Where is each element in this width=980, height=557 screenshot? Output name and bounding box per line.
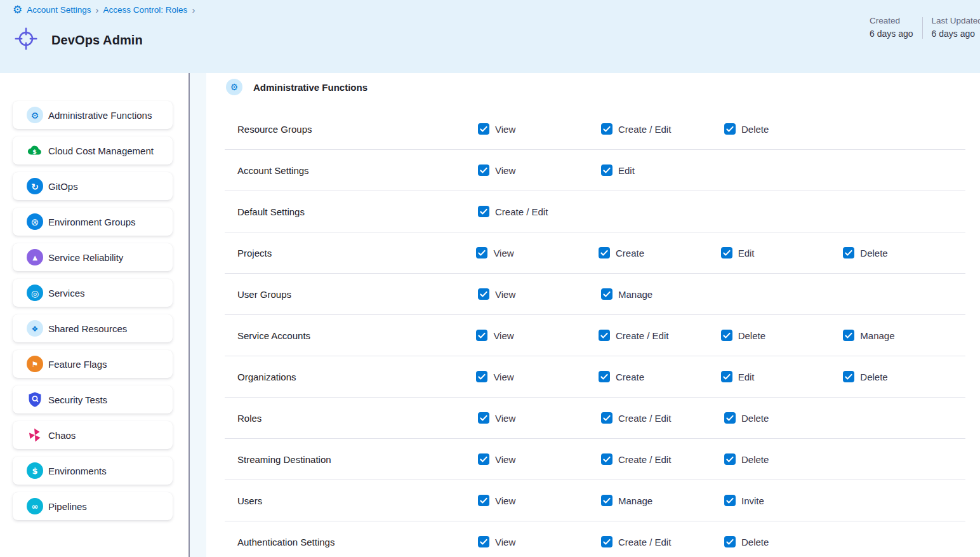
sidebar-item-chaos[interactable]: Chaos — [13, 421, 173, 449]
checkbox-streaming-destination-delete[interactable] — [724, 453, 736, 465]
checkbox-service-accounts-delete[interactable] — [721, 330, 732, 341]
checkbox-organizations-view[interactable] — [476, 371, 487, 382]
checkbox-projects-delete[interactable] — [843, 247, 854, 258]
permission-cell: Delete — [724, 412, 847, 424]
permission-cell: View — [478, 288, 601, 300]
checkbox-streaming-destination-create-edit[interactable] — [601, 453, 612, 465]
checkbox-account-settings-view[interactable] — [478, 164, 489, 176]
checkbox-service-accounts-view[interactable] — [476, 330, 487, 341]
gutter — [190, 73, 206, 557]
permission-cell: View — [476, 247, 599, 258]
checkbox-resource-groups-view[interactable] — [478, 123, 489, 135]
sidebar-item-feature-flags[interactable]: ⚑ Feature Flags — [13, 350, 173, 378]
checkbox-authentication-settings-view[interactable] — [478, 536, 489, 547]
chaos-icon — [27, 427, 43, 443]
permission-label: Delete — [741, 454, 769, 465]
resource-name: Authentication Settings — [225, 537, 478, 547]
checkbox-roles-view[interactable] — [478, 412, 489, 424]
permission-cell: Create / Edit — [601, 123, 724, 135]
checkbox-authentication-settings-create-edit[interactable] — [601, 536, 612, 547]
permission-label: View — [495, 537, 515, 547]
checkbox-users-invite[interactable] — [724, 495, 736, 506]
resource-name: Service Accounts — [225, 330, 476, 341]
permission-cell: Delete — [721, 330, 844, 341]
header-meta: Created6 days agoLast Updated6 days ago — [870, 16, 980, 39]
resource-category-sidebar: ⚙ Administrative Functions $ Cloud Cost … — [0, 73, 189, 557]
settings-gear-icon: ⚙ — [13, 4, 22, 15]
breadcrumb-link-account-settings[interactable]: Account Settings — [27, 5, 91, 15]
checkbox-service-accounts-manage[interactable] — [843, 330, 854, 341]
resource-name: Users — [225, 495, 478, 506]
sidebar-item-shared-resources[interactable]: ❖ Shared Resources — [13, 314, 173, 342]
checkbox-default-settings-create-edit[interactable] — [478, 206, 489, 217]
feature-flags-icon: ⚑ — [27, 356, 43, 372]
permission-cell: Manage — [843, 330, 965, 341]
sidebar-item-environments[interactable]: $ Environments — [13, 457, 173, 485]
checkbox-streaming-destination-view[interactable] — [478, 453, 489, 465]
meta-value: 6 days ago — [932, 29, 980, 39]
checkbox-projects-create[interactable] — [599, 247, 610, 258]
breadcrumb-link-access-control-roles[interactable]: Access Control: Roles — [103, 5, 188, 15]
section-title: Administrative Functions — [253, 82, 368, 93]
permission-row-users: Users View Manage Invite — [225, 480, 965, 521]
permission-cell: Create / Edit — [601, 412, 724, 424]
meta-created: Created6 days ago — [870, 16, 913, 39]
permission-cell: Delete — [724, 453, 847, 465]
permission-cell: Delete — [843, 247, 965, 258]
permission-cell: View — [478, 123, 601, 135]
svg-text:▲: ▲ — [32, 254, 37, 261]
checkbox-service-accounts-create-edit[interactable] — [599, 330, 610, 341]
sidebar-item-gitops[interactable]: ↻ GitOps — [13, 172, 173, 200]
checkbox-projects-view[interactable] — [476, 247, 487, 258]
environments-icon: $ — [27, 462, 43, 479]
checkbox-organizations-edit[interactable] — [721, 371, 732, 382]
checkbox-user-groups-manage[interactable] — [601, 288, 612, 300]
permission-label: View — [493, 248, 513, 258]
resource-name: Default Settings — [225, 206, 478, 217]
permission-label: Create / Edit — [618, 537, 671, 547]
permissions-table: Resource Groups View Create / Edit Delet… — [225, 109, 965, 557]
checkbox-user-groups-view[interactable] — [478, 288, 489, 300]
sidebar-item-service-reliability[interactable]: ▲ Service Reliability — [13, 243, 173, 271]
permission-cell: Edit — [721, 371, 844, 382]
permission-row-roles: Roles View Create / Edit Delete — [225, 398, 965, 439]
sidebar-item-pipelines[interactable]: ∞ Pipelines — [13, 492, 173, 520]
svg-text:❖: ❖ — [32, 325, 39, 333]
permission-label: View — [495, 413, 515, 424]
svg-text:⚑: ⚑ — [32, 360, 39, 369]
security-tests-icon — [27, 391, 43, 408]
checkbox-roles-create-edit[interactable] — [601, 412, 612, 424]
checkbox-resource-groups-create-edit[interactable] — [601, 123, 612, 135]
checkbox-projects-edit[interactable] — [721, 247, 732, 258]
permission-cell: Manage — [601, 288, 724, 300]
service-reliability-icon: ▲ — [27, 249, 43, 265]
sidebar-item-security-tests[interactable]: Security Tests — [13, 386, 173, 413]
checkbox-organizations-create[interactable] — [599, 371, 610, 382]
resource-name: Streaming Destination — [225, 454, 478, 465]
resource-name: Resource Groups — [225, 124, 478, 135]
permission-cell: View — [478, 453, 601, 465]
shared-resources-icon: ❖ — [27, 320, 43, 337]
sidebar-item-cloud-cost-management[interactable]: $ Cloud Cost Management — [13, 137, 173, 164]
permission-label: Manage — [618, 495, 652, 506]
sidebar-item-environment-groups[interactable]: ⊛ Environment Groups — [13, 208, 173, 236]
permission-label: Create / Edit — [495, 206, 548, 217]
checkbox-users-manage[interactable] — [601, 495, 612, 506]
permission-label: Create / Edit — [618, 413, 671, 424]
permission-row-resource-groups: Resource Groups View Create / Edit Delet… — [225, 109, 965, 150]
checkbox-resource-groups-delete[interactable] — [724, 123, 736, 135]
permission-label: Edit — [618, 165, 635, 176]
permission-cell: Manage — [601, 495, 724, 506]
sidebar-item-services[interactable]: ◎ Services — [13, 279, 173, 307]
checkbox-authentication-settings-delete[interactable] — [724, 536, 736, 547]
permission-label: View — [493, 372, 513, 382]
gitops-icon: ↻ — [27, 178, 43, 194]
checkbox-account-settings-edit[interactable] — [601, 164, 612, 176]
checkbox-users-view[interactable] — [478, 495, 489, 506]
permission-label: Delete — [738, 330, 765, 341]
checkbox-organizations-delete[interactable] — [843, 371, 854, 382]
permission-cell: Create / Edit — [478, 206, 601, 217]
sidebar-item-administrative-functions[interactable]: ⚙ Administrative Functions — [13, 101, 173, 129]
breadcrumb-separator: › — [192, 5, 195, 15]
checkbox-roles-delete[interactable] — [724, 412, 736, 424]
